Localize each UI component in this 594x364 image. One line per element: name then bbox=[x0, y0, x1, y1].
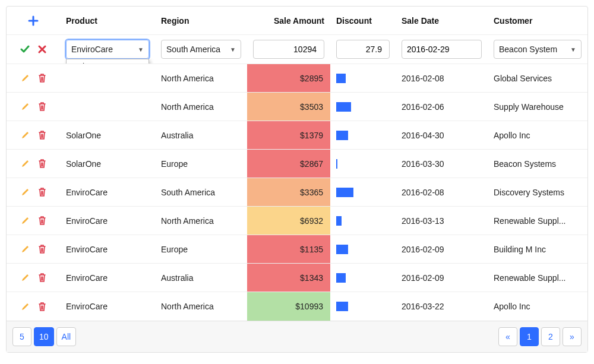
cell-amount: $1135 bbox=[247, 235, 330, 263]
product-select[interactable]: EnviroCare ▼ bbox=[66, 40, 149, 59]
cell-date: 2016-02-08 bbox=[396, 178, 488, 206]
amount-input[interactable] bbox=[253, 40, 324, 59]
delete-row-button[interactable] bbox=[38, 245, 46, 254]
delete-row-button[interactable] bbox=[38, 102, 46, 111]
grid-footer: 510All «12» bbox=[7, 321, 587, 352]
discount-input[interactable] bbox=[336, 40, 390, 59]
edit-row-button[interactable] bbox=[21, 74, 30, 83]
table-row: EnviroCareEurope$11352016-02-09Building … bbox=[7, 235, 587, 264]
cell-date: 2016-03-22 bbox=[396, 292, 488, 321]
pager: «12» bbox=[498, 327, 582, 346]
cell-amount: $2867 bbox=[247, 150, 330, 178]
cell-discount bbox=[330, 121, 396, 149]
cell-customer: Beacon Systems bbox=[488, 150, 587, 178]
edit-row-button[interactable] bbox=[21, 273, 30, 282]
product-option[interactable]: SolarMax bbox=[67, 59, 148, 64]
cell-region: Australia bbox=[155, 264, 247, 292]
edit-row-button[interactable] bbox=[21, 188, 30, 197]
delete-row-button[interactable] bbox=[38, 159, 46, 168]
product-dropdown[interactable]: SolarMaxSolarOneEnviroCareEnviroCare Max bbox=[66, 59, 149, 64]
delete-row-button[interactable] bbox=[38, 74, 46, 83]
cell-date: 2016-03-30 bbox=[396, 150, 488, 178]
cell-discount bbox=[330, 264, 396, 292]
cell-region: North America bbox=[155, 93, 247, 121]
page-size-button[interactable]: 5 bbox=[12, 327, 31, 346]
table-row: North America$35032016-02-06Supply Wareh… bbox=[7, 93, 587, 121]
header-actions bbox=[7, 7, 60, 34]
page-button[interactable]: 2 bbox=[541, 327, 560, 346]
cell-date: 2016-03-13 bbox=[396, 207, 488, 235]
page-size-button[interactable]: 10 bbox=[34, 327, 54, 346]
cell-customer: Renewable Suppl... bbox=[488, 207, 587, 235]
cell-region: Europe bbox=[155, 150, 247, 178]
delete-row-button[interactable] bbox=[38, 302, 46, 311]
table-row: SolarOneAustralia$13792016-04-30Apollo I… bbox=[7, 121, 587, 150]
cell-region: North America bbox=[155, 207, 247, 235]
cell-amount: $2895 bbox=[247, 64, 330, 92]
table-row: EnviroCareNorth America$69322016-03-13Re… bbox=[7, 207, 587, 235]
cell-region: North America bbox=[155, 292, 247, 321]
chevron-down-icon: ▼ bbox=[570, 46, 576, 53]
cell-amount: $1379 bbox=[247, 121, 330, 149]
edit-row-button[interactable] bbox=[21, 131, 30, 140]
edit-row-button[interactable] bbox=[21, 102, 30, 111]
edit-row-button[interactable] bbox=[21, 302, 30, 311]
page-button[interactable]: 1 bbox=[520, 327, 539, 346]
edit-row-button[interactable] bbox=[21, 159, 30, 168]
cell-customer: Global Services bbox=[488, 64, 587, 92]
add-row-button[interactable] bbox=[28, 15, 39, 26]
cell-customer: Building M Inc bbox=[488, 235, 587, 263]
cell-date: 2016-04-30 bbox=[396, 121, 488, 149]
cell-discount bbox=[330, 64, 396, 92]
cell-discount bbox=[330, 93, 396, 121]
col-product[interactable]: Product bbox=[60, 7, 155, 34]
region-select-value: South America bbox=[166, 45, 220, 54]
edit-row-button[interactable] bbox=[21, 245, 30, 254]
cell-customer: Apollo Inc bbox=[488, 292, 587, 321]
cell-product: EnviroCare bbox=[60, 292, 155, 321]
page-size-selector: 510All bbox=[12, 327, 76, 346]
cell-date: 2016-02-08 bbox=[396, 64, 488, 92]
confirm-edit-button[interactable] bbox=[20, 45, 30, 54]
cell-amount: $3503 bbox=[247, 93, 330, 121]
data-grid: Product Region Sale Amount Discount Sale… bbox=[6, 6, 588, 353]
customer-select[interactable]: Beacon System ▼ bbox=[494, 40, 582, 59]
cell-customer: Discovery Systems bbox=[488, 178, 587, 206]
cell-customer: Renewable Suppl... bbox=[488, 264, 587, 292]
cell-region: North America bbox=[155, 64, 247, 92]
cell-region: South America bbox=[155, 178, 247, 206]
cell-product: EnviroCare bbox=[60, 264, 155, 292]
cell-discount bbox=[330, 207, 396, 235]
col-date[interactable]: Sale Date bbox=[396, 7, 488, 34]
cell-product: SolarOne bbox=[60, 121, 155, 149]
cancel-edit-button[interactable] bbox=[38, 45, 46, 53]
cell-region: Europe bbox=[155, 235, 247, 263]
cell-amount: $3365 bbox=[247, 178, 330, 206]
cell-discount bbox=[330, 178, 396, 206]
cell-product: EnviroCare bbox=[60, 235, 155, 263]
cell-product: SolarOne bbox=[60, 150, 155, 178]
delete-row-button[interactable] bbox=[38, 273, 46, 282]
cell-product bbox=[60, 93, 155, 121]
table-row: EnviroCareSouth America$33652016-02-08Di… bbox=[7, 178, 587, 207]
cell-discount bbox=[330, 235, 396, 263]
prev-page-button[interactable]: « bbox=[498, 327, 517, 346]
header-row: Product Region Sale Amount Discount Sale… bbox=[7, 7, 587, 35]
delete-row-button[interactable] bbox=[38, 188, 46, 197]
delete-row-button[interactable] bbox=[38, 131, 46, 140]
table-row: North America$28952016-02-08Global Servi… bbox=[7, 64, 587, 93]
cell-amount: $10993 bbox=[247, 292, 330, 321]
region-select[interactable]: South America ▼ bbox=[161, 40, 241, 59]
col-region[interactable]: Region bbox=[155, 7, 247, 34]
next-page-button[interactable]: » bbox=[563, 327, 582, 346]
col-discount[interactable]: Discount bbox=[330, 7, 396, 34]
col-customer[interactable]: Customer bbox=[488, 7, 587, 34]
cell-customer: Apollo Inc bbox=[488, 121, 587, 149]
cell-date: 2016-02-09 bbox=[396, 235, 488, 263]
delete-row-button[interactable] bbox=[38, 216, 46, 225]
date-input[interactable] bbox=[402, 40, 482, 59]
page-size-button[interactable]: All bbox=[56, 327, 77, 346]
table-row: EnviroCareAustralia$13432016-02-09Renewa… bbox=[7, 264, 587, 292]
col-amount[interactable]: Sale Amount bbox=[247, 7, 330, 34]
edit-row-button[interactable] bbox=[21, 216, 30, 225]
